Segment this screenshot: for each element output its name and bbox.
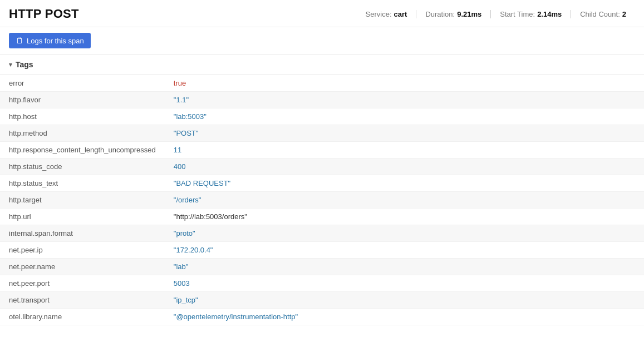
table-row: net.peer.name "lab" — [0, 259, 644, 275]
table-row: http.status_code 400 — [0, 158, 644, 175]
meta-value: 2 — [622, 10, 626, 18]
table-row: http.flavor "1.1" — [0, 92, 644, 108]
meta-label: Service: — [366, 10, 392, 18]
tag-value: 11 — [165, 142, 644, 158]
tag-value: "@opentelemetry/instrumentation-http" — [165, 309, 644, 325]
tag-value: "POST" — [165, 125, 644, 142]
tag-key: http.status_code — [0, 158, 165, 175]
table-row: net.peer.port 5003 — [0, 275, 644, 292]
tag-value: "http://lab:5003/orders" — [165, 209, 644, 225]
tag-key: http.host — [0, 108, 165, 125]
tag-value: true — [165, 75, 644, 92]
table-row: http.host "lab:5003" — [0, 108, 644, 125]
tag-value: "ip_tcp" — [165, 292, 644, 309]
chevron-down-icon: ▾ — [9, 61, 12, 68]
tag-key: http.url — [0, 209, 165, 225]
logs-for-span-button[interactable]: 🗒 Logs for this span — [9, 33, 91, 48]
meta-label: Start Time: — [500, 10, 535, 18]
tag-value: 5003 — [165, 275, 644, 292]
header: HTTP POST Service:cartDuration:9.21msSta… — [0, 0, 644, 27]
tag-value: 400 — [165, 158, 644, 175]
tag-key: net.peer.port — [0, 275, 165, 292]
meta-item: Duration:9.21ms — [416, 10, 490, 18]
tag-value: "172.20.0.4" — [165, 242, 644, 259]
tag-value: "lab:5003" — [165, 108, 644, 125]
tags-scroll-area: error true http.flavor "1.1" http.host "… — [0, 75, 644, 325]
table-row: net.peer.ip "172.20.0.4" — [0, 242, 644, 259]
toolbar: 🗒 Logs for this span — [0, 27, 644, 54]
table-row: otel.library.name "@opentelemetry/instru… — [0, 309, 644, 325]
tag-value: "1.1" — [165, 92, 644, 108]
tag-key: net.peer.ip — [0, 242, 165, 259]
tags-section-label: Tags — [16, 60, 33, 69]
meta-label: Duration: — [425, 10, 455, 18]
table-row: http.url "http://lab:5003/orders" — [0, 209, 644, 225]
tag-value: "/orders" — [165, 192, 644, 209]
meta-label: Child Count: — [580, 10, 620, 18]
tag-key: http.response_content_length_uncompresse… — [0, 142, 165, 158]
tag-key: net.transport — [0, 292, 165, 309]
tag-key: http.status_text — [0, 175, 165, 192]
meta-item: Child Count:2 — [571, 10, 635, 18]
tag-key: internal.span.format — [0, 225, 165, 242]
table-row: http.method "POST" — [0, 125, 644, 142]
tags-section-header: ▾ Tags — [0, 54, 644, 75]
tag-key: http.flavor — [0, 92, 165, 108]
meta-item: Start Time:2.14ms — [490, 10, 571, 18]
tag-value: "proto" — [165, 225, 644, 242]
meta-value: 9.21ms — [457, 10, 481, 18]
table-row: http.target "/orders" — [0, 192, 644, 209]
logs-button-label: Logs for this span — [27, 37, 84, 45]
meta-value: cart — [394, 10, 407, 18]
table-row: http.status_text "BAD REQUEST" — [0, 175, 644, 192]
table-row: http.response_content_length_uncompresse… — [0, 142, 644, 158]
tag-key: http.method — [0, 125, 165, 142]
header-meta: Service:cartDuration:9.21msStart Time:2.… — [366, 10, 635, 18]
logs-icon: 🗒 — [16, 36, 23, 45]
tag-value: "BAD REQUEST" — [165, 175, 644, 192]
tag-key: net.peer.name — [0, 259, 165, 275]
tags-table: error true http.flavor "1.1" http.host "… — [0, 75, 644, 325]
meta-value: 2.14ms — [537, 10, 562, 18]
tag-key: otel.library.name — [0, 309, 165, 325]
meta-item: Service:cart — [366, 10, 416, 18]
tag-value: "lab" — [165, 259, 644, 275]
tag-key: http.target — [0, 192, 165, 209]
page-title: HTTP POST — [9, 7, 79, 21]
table-row: internal.span.format "proto" — [0, 225, 644, 242]
table-row: net.transport "ip_tcp" — [0, 292, 644, 309]
table-row: error true — [0, 75, 644, 92]
tag-key: error — [0, 75, 165, 92]
